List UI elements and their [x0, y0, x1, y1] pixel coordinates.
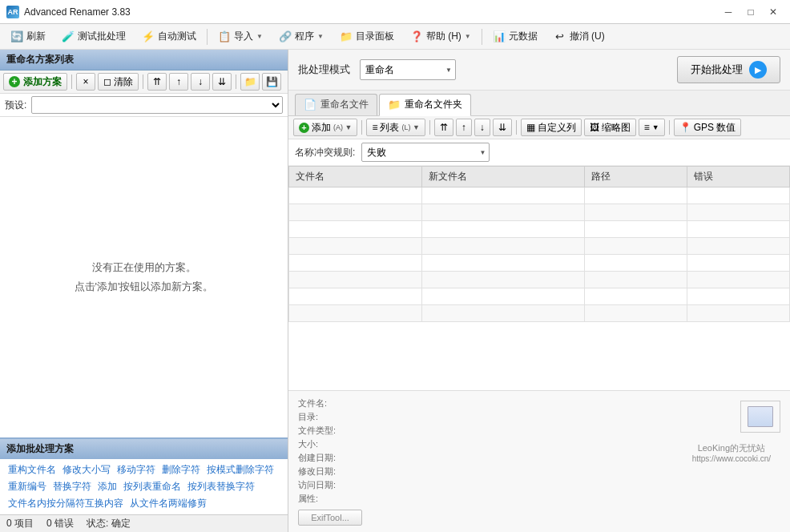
link-pattern-delete[interactable]: 按模式删除字符 — [205, 462, 276, 478]
file-table-container[interactable]: 文件名 新文件名 路径 错误 — [288, 166, 790, 390]
link-list-rename[interactable]: 按列表重命名 — [122, 479, 183, 494]
program-arrow: ▼ — [317, 33, 324, 40]
title-controls: ─ □ ✕ — [718, 4, 784, 20]
link-renumber[interactable]: 重新编号 — [6, 479, 48, 494]
thumb-icon: 🖼 — [590, 122, 599, 133]
menu-test-batch[interactable]: 🧪 测试批处理 — [54, 26, 133, 46]
thumbnail-area — [740, 401, 780, 433]
link-list-replace[interactable]: 按列表替换字符 — [186, 479, 256, 494]
play-icon: ▶ — [749, 61, 767, 79]
brand-url: https://www.cocoki.cn/ — [692, 454, 771, 463]
link-change-case[interactable]: 修改大小写 — [61, 462, 112, 478]
scheme-toolbar: + 添加方案 × ◻ 清除 ⇈ ↑ ↓ ⇊ 📁 💾 — [0, 71, 288, 94]
move-down-bottom-file-button[interactable]: ⇊ — [493, 119, 512, 136]
info-filetype: 文件类型: — [298, 425, 667, 437]
link-trim[interactable]: 从文件名两端修剪 — [128, 496, 208, 511]
add-file-icon: + — [299, 123, 309, 133]
tab-rename-folders[interactable]: 📁 重命名文件夹 — [379, 94, 471, 116]
menu-metadata[interactable]: 📊 元数据 — [486, 26, 545, 46]
menu-refresh[interactable]: 🔄 刷新 — [3, 26, 53, 46]
batch-mode-row: 批处理模式 重命名 复制 移动 开始批处理 ▶ — [288, 50, 790, 91]
save-button[interactable]: 💾 — [262, 73, 281, 91]
import-icon: 📋 — [218, 30, 231, 43]
minimize-button[interactable]: ─ — [718, 4, 739, 20]
link-add[interactable]: 添加 — [96, 479, 119, 494]
move-up-top-file-button[interactable]: ⇈ — [434, 119, 453, 136]
file-table: 文件名 新文件名 路径 错误 — [288, 166, 790, 322]
auto-test-icon: ⚡ — [142, 30, 155, 43]
delete-scheme-button[interactable]: × — [76, 73, 95, 91]
status-bar: 0 项目 0 错误 状态: 确定 — [0, 514, 288, 532]
info-attributes: 属性: — [298, 493, 667, 505]
table-row — [289, 204, 790, 221]
table-row — [289, 187, 790, 204]
move-down-button[interactable]: ↓ — [191, 73, 210, 91]
scheme-list-area: 没有正在使用的方案。 点击'添加'按钮以添加新方案。 — [0, 117, 288, 437]
act-sep-3 — [516, 120, 517, 135]
folder-button[interactable]: 📁 — [240, 73, 260, 91]
menu-dir-panel[interactable]: 📁 目录面板 — [333, 26, 401, 46]
add-batch-links: 重构文件名 修改大小写 移动字符 删除字符 按模式删除字符 重新编号 替换字符 … — [0, 459, 288, 514]
link-swap-delim[interactable]: 文件名内按分隔符互换内容 — [6, 496, 125, 511]
folder-tab-icon: 📁 — [388, 99, 401, 111]
menu-undo[interactable]: ↩ 撤消 (U) — [546, 26, 612, 46]
gps-icon: 📍 — [679, 122, 691, 133]
file-table-body — [289, 187, 790, 322]
add-scheme-button[interactable]: + 添加方案 — [3, 73, 67, 91]
preset-row: 预设: — [0, 94, 288, 117]
add-batch-header: 添加批处理方案 — [0, 439, 288, 459]
menu-auto-test[interactable]: ⚡ 自动测试 — [135, 26, 204, 46]
list-arrow: (L) ▼ — [401, 123, 419, 131]
close-button[interactable]: ✕ — [763, 4, 784, 20]
title-bar: AR Advanced Renamer 3.83 ─ □ ✕ — [0, 0, 790, 24]
move-up-file-button[interactable]: ↑ — [456, 119, 472, 136]
toolbar-sep-2 — [143, 75, 143, 89]
table-row — [289, 255, 790, 272]
file-tabs: 📄 重命名文件 📁 重命名文件夹 — [288, 91, 790, 116]
preset-select[interactable] — [31, 96, 283, 114]
col-path: 路径 — [584, 167, 687, 187]
thumbnail-button[interactable]: 🖼 缩略图 — [584, 119, 636, 136]
table-row — [289, 272, 790, 288]
move-down-bottom-button[interactable]: ⇊ — [212, 73, 232, 91]
act-sep-4 — [669, 120, 670, 135]
add-file-button[interactable]: + 添加 (A) ▼ — [293, 119, 357, 136]
move-down-file-button[interactable]: ↓ — [474, 119, 490, 136]
start-batch-button[interactable]: 开始批处理 ▶ — [677, 56, 780, 83]
toolbar-sep-1 — [71, 75, 72, 89]
custom-col-button[interactable]: ▦ 自定义列 — [521, 119, 582, 136]
program-icon: 🔗 — [279, 30, 292, 43]
menu-import[interactable]: 📋 导入 ▼ — [211, 26, 270, 46]
link-replace-char[interactable]: 替换字符 — [51, 479, 93, 494]
link-rename-file[interactable]: 重构文件名 — [6, 462, 58, 478]
test-batch-icon: 🧪 — [62, 30, 75, 43]
move-up-top-button[interactable]: ⇈ — [147, 73, 167, 91]
menu-program[interactable]: 🔗 程序 ▼ — [272, 26, 331, 46]
info-filename: 文件名: — [298, 397, 667, 409]
error-count: 0 错误 — [46, 517, 74, 530]
menu-help[interactable]: ❓ 帮助 (H) ▼ — [403, 26, 478, 46]
list-button[interactable]: ≡ 列表 (L) ▼ — [366, 119, 425, 136]
file-info-left: 文件名: 目录: 文件类型: 大小: 创建日期: 修改日期: 访问日期: 属性:… — [298, 397, 667, 526]
sort-button[interactable]: ≡ ▼ — [639, 119, 665, 136]
conflict-select[interactable]: 失败 跳过 覆盖 — [361, 143, 490, 162]
act-sep-1 — [361, 120, 362, 135]
clear-scheme-button[interactable]: ◻ 清除 — [98, 73, 139, 91]
move-up-button[interactable]: ↑ — [169, 73, 188, 91]
batch-mode-select-wrapper: 重命名 复制 移动 — [360, 59, 456, 80]
info-directory: 目录: — [298, 411, 667, 423]
maximize-button[interactable]: □ — [740, 4, 761, 20]
add-circle-icon: + — [9, 76, 20, 87]
import-arrow: ▼ — [256, 33, 263, 40]
preset-label: 预设: — [5, 99, 26, 112]
table-row — [289, 221, 790, 238]
tab-rename-files[interactable]: 📄 重命名文件 — [295, 94, 377, 115]
link-delete-char[interactable]: 删除字符 — [160, 462, 202, 478]
add-batch-section: 添加批处理方案 重构文件名 修改大小写 移动字符 删除字符 按模式删除字符 重新… — [0, 437, 288, 514]
exif-tool-button[interactable]: ExifTool... — [298, 510, 362, 526]
brand-name: LeoKing的无忧站 — [698, 442, 765, 454]
file-info-right: LeoKing的无忧站 https://www.cocoki.cn/ — [683, 397, 780, 526]
gps-button[interactable]: 📍 GPS 数值 — [674, 119, 742, 136]
link-move-char[interactable]: 移动字符 — [115, 462, 157, 478]
batch-mode-select[interactable]: 重命名 复制 移动 — [360, 59, 456, 80]
